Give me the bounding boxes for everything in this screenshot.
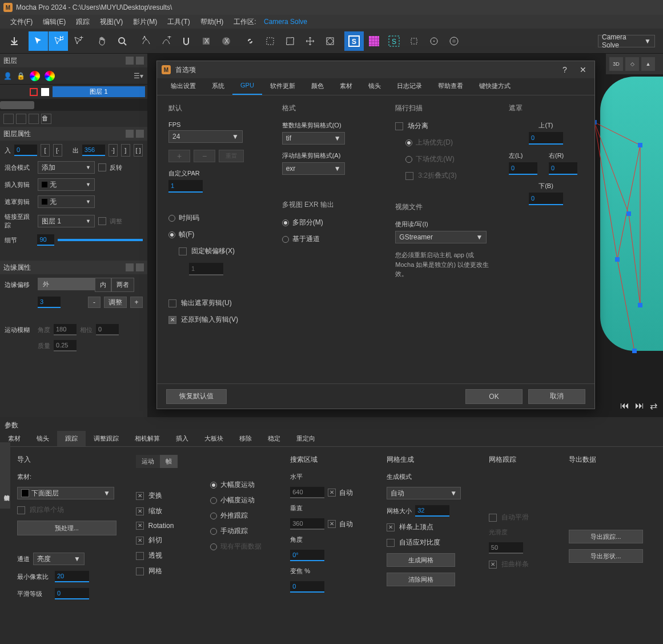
preprocess-button[interactable]: 预处理... <box>17 521 116 535</box>
tab-system[interactable]: 系统 <box>204 78 232 95</box>
blend-select[interactable]: 添加▼ <box>38 161 95 174</box>
smooth-field[interactable] <box>55 588 89 599</box>
tab-lens[interactable]: 镜头 <box>360 78 389 95</box>
tab-update[interactable]: 软件更新 <box>262 78 303 95</box>
clip-select[interactable]: 下面图层▼ <box>17 487 114 499</box>
lock-icon[interactable]: 🔒 <box>17 72 25 80</box>
skip-fwd-icon[interactable]: ⏭ <box>635 401 644 411</box>
x-box-icon[interactable]: X <box>196 31 216 51</box>
horiz-field[interactable] <box>290 487 324 498</box>
gen-mesh-button[interactable]: 生成网格 <box>387 553 455 567</box>
help-icon[interactable]: ? <box>558 65 572 74</box>
target-icon[interactable] <box>424 31 444 51</box>
crop-icon[interactable] <box>404 31 424 51</box>
float-result-select[interactable]: exr▼ <box>282 162 345 175</box>
small-mv-radio[interactable] <box>210 497 217 504</box>
adjust-button[interactable]: 调整 <box>104 297 127 308</box>
full-range-icon[interactable]: [ ] <box>134 144 143 157</box>
large-mv-radio[interactable] <box>210 482 217 489</box>
layer-scrollbar[interactable] <box>0 99 147 111</box>
shear-checkbox[interactable] <box>136 537 144 545</box>
close-icon[interactable]: ✕ <box>576 65 590 74</box>
par-field[interactable] <box>168 180 203 193</box>
close-icon[interactable] <box>136 130 144 138</box>
adaptive-checkbox[interactable] <box>387 539 395 547</box>
field-sep-checkbox[interactable] <box>395 122 403 130</box>
output-matte-checkbox[interactable] <box>168 299 176 307</box>
image-icon[interactable]: ▲ <box>641 57 655 71</box>
tab-output[interactable]: 输出设置 <box>163 78 204 95</box>
fps-reset-button[interactable]: 重置 <box>219 150 244 162</box>
grid-diamond-icon[interactable] <box>320 31 340 51</box>
phase-field[interactable] <box>96 324 119 335</box>
zoom-icon[interactable] <box>112 31 132 51</box>
move-icon[interactable] <box>300 31 320 51</box>
s-mode-icon[interactable]: S <box>344 31 364 51</box>
workspace-select[interactable]: Camera Solve▼ <box>598 35 655 47</box>
clear-mesh-button[interactable]: 清除网格 <box>387 573 455 586</box>
link-icon[interactable] <box>240 31 260 51</box>
scale-checkbox[interactable] <box>136 507 144 515</box>
vignette-icon[interactable] <box>444 31 464 51</box>
tab-lens[interactable]: 镜头 <box>29 431 57 446</box>
group-layer-icon[interactable] <box>29 114 39 124</box>
visibility-toggle[interactable] <box>2 87 13 97</box>
color-wheel-icon[interactable] <box>30 71 40 81</box>
menu-track[interactable]: 跟踪 <box>71 15 94 29</box>
delete-layer-icon[interactable]: 🗑 <box>41 114 51 124</box>
outer-button[interactable]: 外 <box>38 278 95 290</box>
save-icon[interactable] <box>5 31 24 51</box>
reset-button[interactable]: 恢复默认值 <box>166 389 227 404</box>
link-track-select[interactable]: 图层 1▼ <box>38 215 95 227</box>
insert-clip-select[interactable]: 无▼ <box>38 178 95 191</box>
eye-icon[interactable]: 👤 <box>3 72 12 80</box>
transform-checkbox[interactable] <box>136 492 144 500</box>
motion-tab[interactable]: 运动 <box>136 455 160 468</box>
cancel-button[interactable]: 取消 <box>528 389 585 404</box>
gen-mode-select[interactable]: 自动▼ <box>387 487 461 499</box>
auto-v-checkbox[interactable] <box>328 520 336 528</box>
out-set-icon[interactable]: ·] <box>109 144 118 157</box>
dashed-rect-icon[interactable] <box>260 31 280 51</box>
ok-button[interactable]: OK <box>465 389 523 404</box>
layer-menu-icon[interactable]: ☰▾ <box>134 72 144 80</box>
magnetic-icon[interactable] <box>176 31 196 51</box>
sample-vertex-checkbox[interactable] <box>387 523 395 531</box>
undock-icon[interactable] <box>126 263 134 271</box>
menu-file[interactable]: 文件(F) <box>6 15 37 29</box>
dashed-s-icon[interactable]: S <box>384 31 404 51</box>
lock-toggle[interactable] <box>16 87 26 97</box>
detail-field[interactable] <box>37 234 54 246</box>
fps-plus-button[interactable]: + <box>168 150 190 162</box>
frame-tab[interactable]: 帧 <box>160 455 178 468</box>
detail-slider[interactable] <box>58 239 143 241</box>
perspective-checkbox[interactable] <box>136 552 144 560</box>
quality-field[interactable] <box>54 340 77 351</box>
spline-color-icon[interactable] <box>30 88 38 96</box>
menu-clip[interactable]: 影片(M) <box>128 15 162 29</box>
rotation-checkbox[interactable] <box>136 522 144 530</box>
manual-track-radio[interactable] <box>210 528 217 535</box>
inner-button[interactable]: 内 <box>95 278 111 292</box>
tab-clip[interactable]: 素材 <box>332 78 360 95</box>
matte-color-icon[interactable] <box>45 71 55 81</box>
export-shape-button[interactable]: 导出形状... <box>569 549 643 563</box>
menu-help[interactable]: 帮助(H) <box>196 15 228 29</box>
tab-color[interactable]: 颜色 <box>303 78 332 95</box>
min-pixel-field[interactable] <box>55 571 89 582</box>
rw-select[interactable]: GStreamer▼ <box>395 231 487 243</box>
bottom-field[interactable] <box>529 193 563 205</box>
offset-field[interactable] <box>189 263 223 275</box>
tab-helpview[interactable]: 帮助查看 <box>430 78 471 95</box>
undock-icon[interactable] <box>126 130 134 138</box>
frame-radio[interactable] <box>168 231 175 238</box>
reverse-checkbox[interactable] <box>98 163 106 171</box>
plus-button[interactable]: + <box>130 297 143 308</box>
mesh-size-field[interactable] <box>415 505 449 517</box>
tab-mega[interactable]: 大板块 <box>196 431 231 446</box>
skip-back-icon[interactable]: ⏮ <box>620 401 629 411</box>
adjust-checkbox[interactable] <box>98 217 106 225</box>
fixed-offset-checkbox[interactable] <box>179 247 187 255</box>
x-circle-icon[interactable]: X <box>216 31 236 51</box>
menu-edit[interactable]: 编辑(E) <box>38 15 70 29</box>
